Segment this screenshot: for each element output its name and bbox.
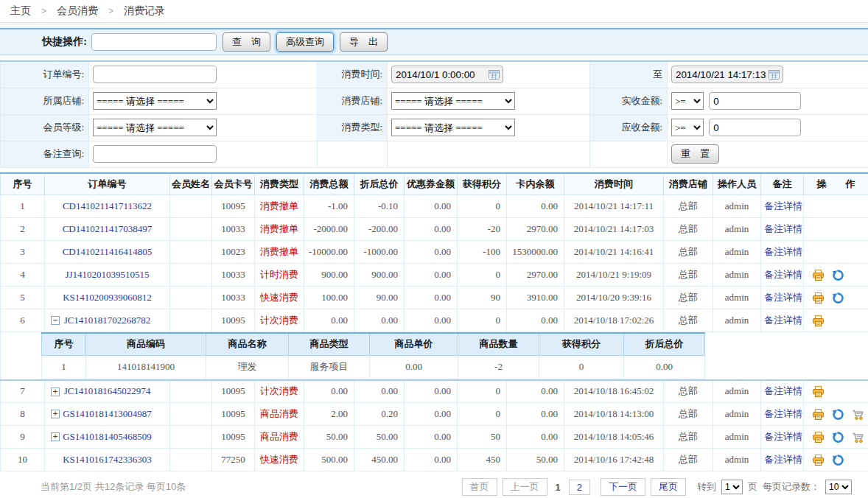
actual-amount-input[interactable]	[709, 92, 801, 110]
consume-time-from-input[interactable]	[391, 66, 503, 83]
order-no-link[interactable]: CD1410211417113622	[63, 200, 152, 211]
consume-type-select[interactable]: ===== 请选择 =====	[391, 119, 515, 136]
breadcrumb-member-consume[interactable]: 会员消费	[57, 4, 98, 18]
member-card-cell: 77250	[212, 449, 255, 471]
consume-type-text: 消费撤单	[260, 246, 298, 257]
note-detail-link[interactable]: 备注详情	[764, 246, 802, 257]
order-no-link[interactable]: KS1410200939060812	[63, 292, 152, 303]
undo-consume-icon[interactable]	[832, 408, 844, 421]
order-no-link[interactable]: JC1410181702268782	[64, 315, 151, 326]
consume-store-select[interactable]: ===== 请选择 =====	[391, 92, 515, 110]
cart-return-goods-icon[interactable]	[852, 431, 864, 443]
order-no-link[interactable]: JJ1410201039510515	[65, 269, 149, 280]
consume-type-cell: 商品消费	[255, 403, 304, 426]
print-icon[interactable]	[812, 292, 825, 304]
note-detail-link[interactable]: 备注详情	[764, 200, 802, 211]
operator-cell: admin	[713, 309, 761, 332]
consume-time-cell: 2014/10/20 9:39:16	[564, 287, 664, 309]
query-button[interactable]: 查 询	[223, 32, 270, 52]
prev-page-button[interactable]: 上一页	[503, 478, 547, 496]
order-no-input[interactable]	[93, 66, 217, 83]
subtable-cell: -2	[458, 355, 539, 379]
undo-consume-icon[interactable]	[832, 269, 844, 281]
print-icon[interactable]	[812, 385, 825, 398]
order-no-link[interactable]: GS1410181405468509	[63, 431, 152, 442]
export-button[interactable]: 导 出	[340, 32, 388, 52]
subtable-cell: 1	[42, 355, 86, 379]
belong-store-select[interactable]: ===== 请选择 =====	[93, 92, 217, 110]
member-name-cell	[170, 218, 212, 241]
consume-type-cell: 消费撤单	[255, 241, 304, 264]
receivable-amount-input[interactable]	[709, 119, 801, 136]
goto-page-select[interactable]: 1	[721, 480, 743, 494]
undo-consume-icon[interactable]	[832, 454, 844, 466]
discounted-amount-cell: 0.00	[354, 380, 405, 403]
points-gained-cell: -100	[458, 241, 507, 264]
member-name-cell	[170, 403, 212, 426]
calendar-icon[interactable]	[769, 69, 780, 80]
subtable-cell: 理发	[206, 355, 289, 379]
last-page-button[interactable]: 尾页	[651, 478, 686, 496]
discounted-amount-cell: -0.10	[354, 195, 405, 218]
note-detail-link[interactable]: 备注详情	[764, 292, 802, 303]
note-cell: 备注详情	[761, 380, 804, 403]
calendar-icon[interactable]	[489, 69, 500, 80]
consume-type-text: 商品消费	[260, 431, 298, 442]
advanced-query-button[interactable]: 高级查询	[276, 32, 334, 52]
reset-button[interactable]: 重 置	[671, 144, 719, 164]
collapse-row-icon[interactable]: −	[51, 316, 60, 325]
note-detail-link[interactable]: 备注详情	[764, 431, 802, 442]
member-level-label: 会员等级:	[1, 114, 89, 141]
subtable-cell: 服务项目	[289, 355, 370, 379]
consume-type-cell: 商品消费	[255, 426, 304, 449]
print-icon[interactable]	[812, 269, 825, 281]
consume-type-cell: 快速消费	[255, 449, 304, 471]
order-no-link[interactable]: JC1410181645022974	[64, 385, 151, 396]
quick-search-input[interactable]	[91, 33, 217, 51]
note-cell: 备注详情	[761, 287, 804, 309]
current-page-number: 1	[553, 480, 564, 494]
receivable-amount-label: 应收金额:	[590, 114, 668, 141]
order-no-link[interactable]: KS1410161742336303	[63, 454, 152, 465]
actual-amount-operator-select[interactable]: >=	[671, 92, 704, 110]
note-detail-link[interactable]: 备注详情	[764, 454, 802, 465]
per-page-select[interactable]: 10	[825, 480, 852, 494]
page-number-button[interactable]: 2	[569, 480, 590, 495]
note-detail-link[interactable]: 备注详情	[764, 315, 802, 326]
undo-consume-icon[interactable]	[832, 292, 844, 304]
undo-consume-icon[interactable]	[832, 431, 844, 443]
cart-return-goods-icon[interactable]	[852, 408, 864, 421]
note-detail-link[interactable]: 备注详情	[764, 223, 802, 234]
note-detail-link[interactable]: 备注详情	[764, 408, 802, 419]
note-query-input[interactable]	[93, 145, 217, 163]
note-cell: 备注详情	[761, 195, 804, 218]
operator-cell: admin	[713, 241, 761, 264]
consume-time-to-input[interactable]	[671, 66, 783, 83]
print-icon[interactable]	[812, 315, 825, 327]
consume-time-cell: 2014/10/18 16:45:02	[564, 380, 664, 403]
column-header: 优惠券金额	[405, 173, 458, 195]
next-page-button[interactable]: 下一页	[601, 478, 645, 496]
order-no-link[interactable]: GS1410181413004987	[63, 408, 152, 419]
order-no-link[interactable]: CD1410211417038497	[63, 223, 153, 234]
note-cell: 备注详情	[761, 403, 804, 426]
expand-row-icon[interactable]: +	[51, 387, 60, 396]
order-no-link[interactable]: CD1410211416414805	[63, 246, 153, 257]
receivable-amount-operator-select[interactable]: >=	[671, 119, 704, 136]
print-icon[interactable]	[812, 408, 825, 421]
expand-row-icon[interactable]: +	[51, 432, 60, 441]
expand-row-icon[interactable]: +	[51, 410, 60, 418]
subtable-column-header: 商品类型	[289, 333, 370, 355]
note-detail-link[interactable]: 备注详情	[764, 269, 802, 280]
consume-type-cell: 计时消费	[255, 264, 304, 287]
column-header: 订单编号	[45, 173, 170, 195]
member-level-select[interactable]: ===== 请选择 =====	[93, 119, 217, 136]
note-detail-link[interactable]: 备注详情	[764, 385, 802, 396]
coupon-amount-cell: 0.00	[405, 449, 458, 471]
print-icon[interactable]	[812, 454, 825, 466]
consume-type-cell: 消费撤单	[255, 195, 304, 218]
first-page-button[interactable]: 首页	[462, 478, 497, 496]
breadcrumb-home[interactable]: 主页	[10, 4, 31, 18]
store-cell: 总部	[664, 309, 713, 332]
print-icon[interactable]	[812, 431, 825, 443]
